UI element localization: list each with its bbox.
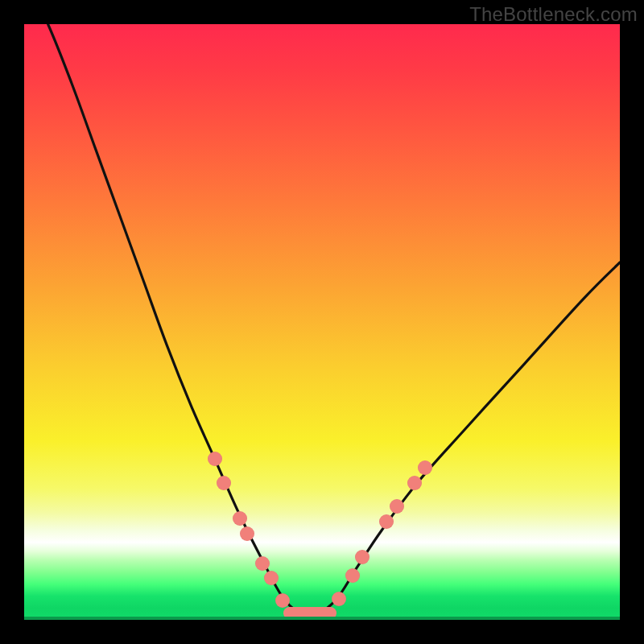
marker-layer [24,24,620,620]
data-marker [255,556,270,571]
attribution-text: TheBottleneck.com [469,3,638,26]
data-marker [379,514,394,529]
data-marker [275,593,290,608]
data-marker [264,571,279,585]
data-marker [332,592,346,606]
data-marker [240,526,254,541]
data-marker [390,499,404,514]
data-marker [407,476,422,490]
data-marker [355,550,369,564]
data-marker [217,476,231,490]
data-marker [345,568,360,583]
chart-frame: TheBottleneck.com [0,0,644,644]
trough-bar [283,607,337,619]
data-marker [208,452,222,466]
data-marker [418,460,432,475]
data-marker [233,511,247,526]
plot-area [24,24,620,620]
